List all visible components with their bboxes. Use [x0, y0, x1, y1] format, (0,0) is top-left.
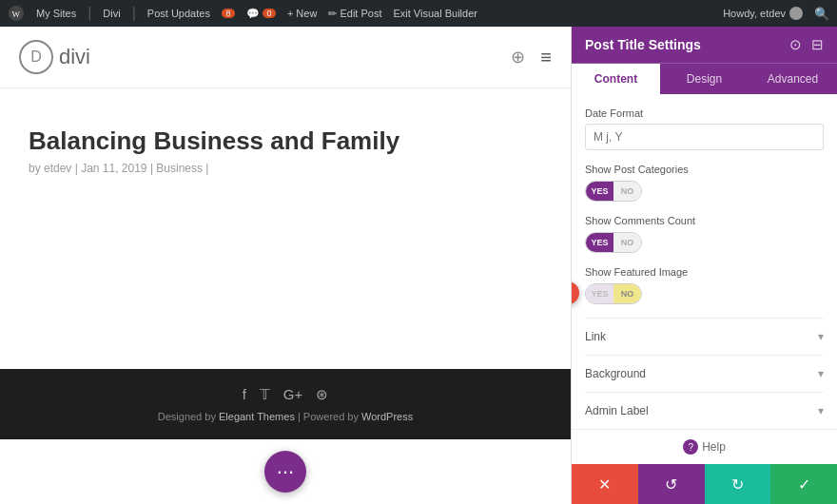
- tab-content[interactable]: Content: [572, 64, 660, 94]
- googleplus-icon[interactable]: G+: [283, 386, 302, 403]
- date-format-field: Date Format: [585, 107, 824, 150]
- admin-label-chevron-icon: ▾: [818, 404, 824, 417]
- wordpress-link[interactable]: WordPress: [361, 411, 413, 422]
- site-header: D divi ⊕ ≡: [0, 27, 571, 88]
- header-menu-icon[interactable]: ≡: [540, 47, 552, 68]
- save-button[interactable]: ✓: [770, 464, 837, 504]
- undo-button[interactable]: ↺: [638, 464, 705, 504]
- annotation-badge-1: 1: [572, 281, 579, 304]
- main-layout: D divi ⊕ ≡ Balancing Business and Family…: [0, 27, 837, 504]
- user-avatar: [789, 7, 803, 20]
- post-updates[interactable]: Post Updates: [147, 8, 210, 19]
- howdy-user: Howdy, etdev: [723, 7, 803, 20]
- panel-title: Post Title Settings: [585, 37, 701, 52]
- link-chevron-icon: ▾: [818, 330, 824, 343]
- my-sites-label: My Sites: [36, 8, 76, 19]
- action-bar: ✕ ↺ ↻ ✓: [572, 464, 837, 504]
- cancel-icon: ✕: [598, 475, 611, 494]
- link-section-header[interactable]: Link ▾: [585, 330, 824, 343]
- tab-design-label: Design: [687, 72, 722, 86]
- updates-count: 8: [222, 9, 235, 18]
- logo-circle: D: [19, 40, 53, 74]
- site-name-label: Divi: [103, 8, 120, 19]
- site-name: divi: [59, 45, 90, 69]
- edit-post-label: ✏ Edit Post: [328, 8, 381, 20]
- link-section: Link ▾: [585, 318, 824, 355]
- date-format-input[interactable]: [585, 124, 824, 150]
- admin-label-section-title: Admin Label: [585, 404, 649, 417]
- header-search-icon[interactable]: ⊕: [511, 47, 525, 68]
- panel-body: Date Format Show Post Categories YES NO …: [572, 94, 837, 429]
- panel-header-icons: ⊙ ⊟: [789, 36, 824, 53]
- date-format-label: Date Format: [585, 107, 824, 119]
- footer-social: f 𝕋 G+ ⊛: [19, 386, 552, 403]
- comments[interactable]: 💬 0: [246, 8, 276, 20]
- fab-icon: ···: [277, 459, 294, 484]
- admin-search-icon[interactable]: 🔍: [814, 7, 829, 21]
- post-area: Balancing Business and Family by etdev |…: [0, 88, 571, 369]
- site-nav: ⊕ ≡: [511, 47, 552, 68]
- show-featured-image-field: Show Featured Image 1 YES NO: [585, 266, 824, 304]
- fab-button[interactable]: ···: [264, 451, 306, 493]
- site-name[interactable]: Divi: [103, 8, 120, 19]
- tab-design[interactable]: Design: [660, 64, 749, 94]
- admin-label-section: Admin Label ▾: [585, 392, 824, 429]
- tab-content-label: Content: [594, 72, 637, 86]
- edit-post[interactable]: ✏ Edit Post: [328, 8, 381, 20]
- admin-label-section-header[interactable]: Admin Label ▾: [585, 404, 824, 417]
- wp-logo[interactable]: W: [8, 5, 25, 22]
- exit-builder-label: Exit Visual Builder: [393, 8, 477, 19]
- panel-collapse-icon[interactable]: ⊟: [811, 36, 824, 53]
- save-icon: ✓: [798, 475, 810, 494]
- facebook-icon[interactable]: f: [243, 386, 246, 403]
- site-content: D divi ⊕ ≡ Balancing Business and Family…: [0, 27, 571, 504]
- svg-text:W: W: [12, 10, 21, 19]
- cancel-button[interactable]: ✕: [572, 464, 638, 504]
- exit-builder[interactable]: Exit Visual Builder: [393, 8, 477, 19]
- show-comments-count-toggle[interactable]: YES NO: [585, 232, 642, 253]
- show-featured-image-toggle[interactable]: YES NO: [585, 283, 642, 304]
- my-sites-menu[interactable]: My Sites: [36, 8, 76, 19]
- show-post-categories-toggle[interactable]: YES NO: [585, 181, 642, 202]
- footer-credit: Designed by Elegant Themes | Powered by …: [19, 411, 552, 422]
- redo-icon: ↻: [731, 475, 744, 494]
- show-comments-count-field: Show Comments Count YES NO: [585, 215, 824, 253]
- tab-advanced[interactable]: Advanced: [749, 64, 837, 94]
- tab-advanced-label: Advanced: [768, 72, 818, 86]
- toggle-no-option[interactable]: NO: [613, 284, 641, 303]
- site-footer: f 𝕋 G+ ⊛ Designed by Elegant Themes | Po…: [0, 369, 571, 439]
- undo-icon: ↺: [665, 475, 677, 494]
- new-post[interactable]: + New: [287, 8, 318, 19]
- toggle-no-option[interactable]: NO: [613, 233, 641, 252]
- twitter-icon[interactable]: 𝕋: [260, 386, 270, 403]
- rss-icon[interactable]: ⊛: [316, 386, 328, 403]
- settings-panel: Post Title Settings ⊙ ⊟ Content Design A…: [571, 27, 837, 504]
- help-label: Help: [702, 440, 726, 454]
- panel-help: ? Help: [572, 429, 837, 464]
- toggle-yes-option[interactable]: YES: [586, 182, 613, 201]
- background-section: Background ▾: [585, 355, 824, 392]
- show-featured-image-label: Show Featured Image: [585, 266, 824, 278]
- redo-button[interactable]: ↻: [705, 464, 771, 504]
- panel-tabs: Content Design Advanced: [572, 63, 837, 94]
- toggle-yes-option[interactable]: YES: [586, 284, 613, 303]
- comments-count: 0: [263, 9, 276, 18]
- background-section-title: Background: [585, 367, 646, 380]
- show-post-categories-label: Show Post Categories: [585, 164, 824, 175]
- toggle-yes-option[interactable]: YES: [586, 233, 613, 252]
- updates-badge[interactable]: 8: [222, 9, 235, 18]
- admin-bar: W My Sites | Divi | Post Updates 8 💬 0 +…: [0, 0, 837, 27]
- post-title: Balancing Business and Family: [29, 126, 542, 156]
- panel-settings-icon[interactable]: ⊙: [789, 36, 802, 53]
- howdy-text: Howdy, etdev: [723, 8, 786, 19]
- toggle-no-option[interactable]: NO: [613, 182, 641, 201]
- background-section-header[interactable]: Background ▾: [585, 367, 824, 380]
- elegant-themes-link[interactable]: Elegant Themes: [219, 411, 295, 422]
- site-logo: D divi: [19, 40, 90, 74]
- show-post-categories-field: Show Post Categories YES NO: [585, 164, 824, 202]
- post-updates-label: Post Updates: [147, 8, 210, 19]
- show-comments-count-label: Show Comments Count: [585, 215, 824, 226]
- panel-header: Post Title Settings ⊙ ⊟: [572, 27, 837, 63]
- logo-letter: D: [30, 48, 42, 66]
- help-icon: ?: [683, 439, 698, 455]
